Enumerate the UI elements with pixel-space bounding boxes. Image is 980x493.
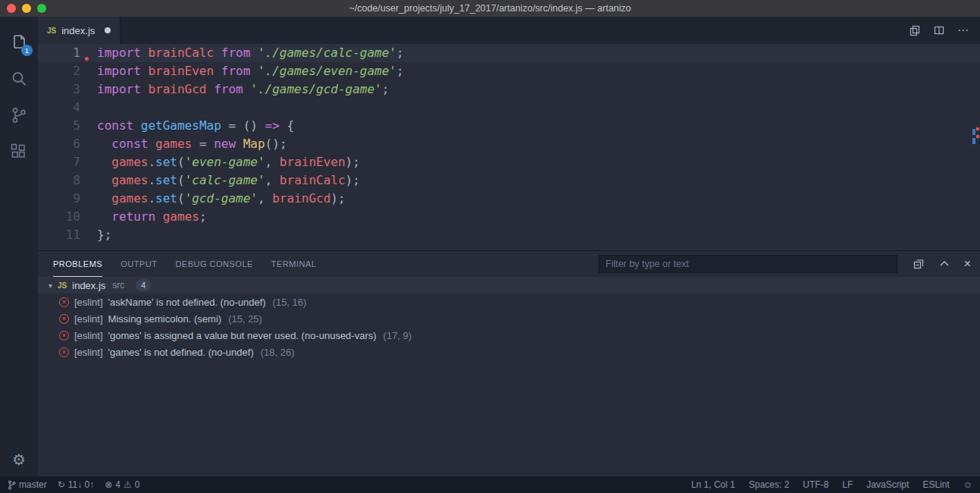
error-icon: × [59, 314, 69, 324]
ruler-modified-mark [972, 129, 975, 135]
code-line[interactable]: 7 games.set('even-game', brainEven); [38, 153, 980, 171]
problem-row[interactable]: ×[eslint]'gomes' is assigned a value but… [38, 327, 980, 344]
search-icon[interactable] [0, 61, 38, 97]
encoding[interactable]: UTF-8 [803, 479, 828, 490]
bottom-panel: PROBLEMS OUTPUT DEBUG CONSOLE TERMINAL [38, 250, 980, 476]
problem-row[interactable]: ×[eslint]'askName' is not defined. (no-u… [38, 294, 980, 310]
code-text: games.set('calc-game', brainCalc); [80, 171, 360, 190]
code-line[interactable]: 4 [38, 99, 980, 117]
error-icon: × [59, 347, 69, 357]
source-control-icon[interactable] [0, 97, 38, 133]
activity-bar: 1 ⚙ [0, 17, 38, 476]
collapse-twistie-icon[interactable]: ▾ [49, 281, 52, 290]
line-number: 9 [38, 190, 80, 208]
status-bar: master ↻ 11↓ 0↑ ⊗ 4 ⚠ 0 Ln 1, Col 1 Spac… [0, 476, 980, 493]
open-changes-icon[interactable] [909, 24, 921, 36]
more-actions-icon[interactable]: ⋯ [957, 24, 969, 37]
git-branch-status[interactable]: master [8, 479, 47, 490]
code-line[interactable]: 11}; [38, 226, 980, 244]
overview-ruler[interactable] [972, 44, 980, 250]
problem-row[interactable]: ×[eslint]'games' is not defined. (no-und… [38, 344, 980, 360]
code-text: const games = new Map(); [80, 135, 287, 153]
indentation[interactable]: Spaces: 2 [749, 479, 789, 490]
line-number: 2 [38, 62, 80, 80]
zoom-window-button[interactable] [37, 4, 46, 13]
status-bar-right: Ln 1, Col 1 Spaces: 2 UTF-8 LF JavaScrip… [691, 479, 972, 490]
problem-source: [eslint] [74, 330, 103, 341]
code-text: return games; [80, 208, 207, 226]
code-lines: 1import brainCalc from './games/calc-gam… [38, 44, 980, 244]
settings-gear-icon[interactable]: ⚙ [12, 451, 26, 469]
tab-debug-console[interactable]: DEBUG CONSOLE [175, 251, 252, 277]
explorer-badge: 1 [21, 45, 33, 56]
code-text: import brainCalc from './games/calc-game… [80, 44, 404, 62]
line-number: 8 [38, 171, 80, 190]
line-number: 1 [38, 44, 80, 62]
code-text: games.set('gcd-game', brainGcd); [80, 190, 346, 208]
eslint-status[interactable]: ESLint [922, 479, 949, 490]
line-number: 11 [38, 226, 80, 244]
problems-status[interactable]: ⊗ 4 ⚠ 0 [105, 479, 139, 490]
editor-actions: ⋯ [909, 17, 980, 44]
code-text: }; [80, 226, 111, 244]
problems-file-path: src [112, 280, 124, 290]
explorer-icon[interactable]: 1 [0, 24, 38, 61]
tab-output[interactable]: OUTPUT [121, 251, 157, 277]
window-title: ~/code/user_projects/july_17_2017/artani… [349, 3, 631, 14]
code-text: const getGamesMap = () => { [80, 117, 294, 135]
collapse-all-icon[interactable] [913, 258, 925, 270]
tab-terminal[interactable]: TERMINAL [271, 251, 317, 277]
tab-indexjs[interactable]: JS index.js [38, 17, 121, 44]
problem-location: (17, 9) [384, 330, 412, 341]
error-icon: × [59, 331, 69, 341]
problems-view: ▾ JS index.js src 4 ×[eslint]'askName' i… [38, 277, 980, 476]
sync-icon: ↻ [58, 479, 65, 490]
code-text: import brainGcd from './games/gcd-game'; [80, 80, 389, 99]
eol-sequence[interactable]: LF [842, 479, 853, 490]
error-icon: × [59, 297, 69, 307]
minimize-window-button[interactable] [22, 4, 31, 13]
modified-dot-icon[interactable] [105, 27, 111, 33]
problem-message: 'askName' is not defined. (no-undef) [108, 297, 266, 308]
tab-problems[interactable]: PROBLEMS [53, 251, 102, 277]
code-line[interactable]: 9 games.set('gcd-game', brainGcd); [38, 190, 980, 208]
problems-file-row[interactable]: ▾ JS index.js src 4 [38, 277, 980, 294]
problem-message: Missing semicolon. (semi) [108, 313, 222, 325]
traffic-lights [7, 4, 46, 13]
code-line[interactable]: 3import brainGcd from './games/gcd-game'… [38, 80, 980, 99]
cursor-position[interactable]: Ln 1, Col 1 [691, 479, 735, 490]
code-line[interactable]: 10 return games; [38, 208, 980, 226]
code-line[interactable]: 1import brainCalc from './games/calc-gam… [38, 44, 980, 62]
problem-message: 'games' is not defined. (no-undef) [108, 347, 254, 358]
code-line[interactable]: 6 const games = new Map(); [38, 135, 980, 153]
ruler-error-mark [976, 127, 979, 130]
warning-count-icon: ⚠ [124, 479, 132, 490]
language-mode[interactable]: JavaScript [866, 479, 909, 490]
ruler-modified-mark [972, 138, 975, 144]
problems-list: ×[eslint]'askName' is not defined. (no-u… [38, 294, 980, 360]
close-panel-icon[interactable]: × [964, 258, 971, 270]
problems-filter-input[interactable] [599, 255, 897, 273]
code-line[interactable]: 2import brainEven from './games/even-gam… [38, 62, 980, 80]
close-window-button[interactable] [7, 4, 16, 13]
line-number: 5 [38, 117, 80, 135]
problem-location: (18, 26) [261, 347, 295, 358]
maximize-panel-icon[interactable] [938, 258, 950, 270]
gutter-error-dot [85, 57, 89, 61]
feedback-smiley-icon[interactable]: ☺ [963, 479, 972, 490]
line-number: 6 [38, 135, 80, 153]
extensions-icon[interactable] [0, 133, 38, 170]
branch-icon [8, 480, 16, 490]
sync-status[interactable]: ↻ 11↓ 0↑ [58, 479, 95, 490]
problem-row[interactable]: ×[eslint]Missing semicolon. (semi)(15, 2… [38, 310, 980, 327]
line-number: 10 [38, 208, 80, 226]
split-editor-icon[interactable] [933, 24, 945, 36]
vscode-window: ~/code/user_projects/july_17_2017/artani… [0, 0, 980, 493]
code-line[interactable]: 5const getGamesMap = () => { [38, 117, 980, 135]
problem-source: [eslint] [74, 297, 103, 308]
panel-actions: × [913, 251, 971, 277]
minimap[interactable] [916, 46, 968, 71]
code-line[interactable]: 8 games.set('calc-game', brainCalc); [38, 171, 980, 190]
code-editor[interactable]: 1import brainCalc from './games/calc-gam… [38, 44, 980, 250]
tab-label: index.js [61, 25, 95, 36]
